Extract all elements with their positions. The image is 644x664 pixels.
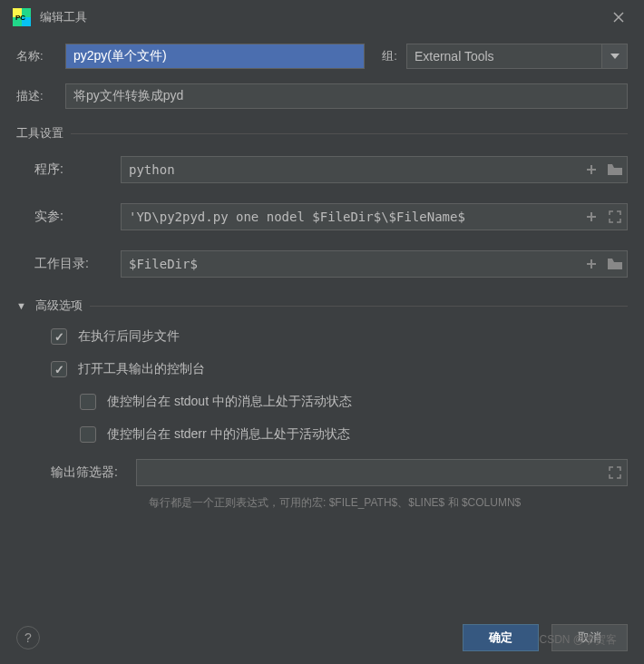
svg-text:PC: PC bbox=[15, 14, 25, 22]
expand-icon[interactable] bbox=[607, 464, 623, 481]
group-select[interactable]: External Tools bbox=[406, 44, 602, 69]
sync-label: 在执行后同步文件 bbox=[78, 328, 180, 345]
group-dropdown-arrow[interactable] bbox=[602, 44, 628, 69]
workdir-label: 工作目录: bbox=[34, 256, 121, 272]
tool-settings-section: 工具设置 bbox=[16, 125, 628, 142]
browse-folder-icon[interactable] bbox=[607, 256, 623, 272]
help-button[interactable]: ? bbox=[16, 626, 40, 649]
stderr-label: 使控制台在 stderr 中的消息上处于活动状态 bbox=[107, 426, 350, 443]
output-filter-label: 输出筛选器: bbox=[51, 464, 136, 481]
console-label: 打开工具输出的控制台 bbox=[78, 361, 205, 377]
titlebar: PC 编辑工具 bbox=[0, 0, 644, 34]
expand-triangle-icon: ▼ bbox=[16, 300, 26, 311]
svg-marker-6 bbox=[610, 54, 620, 59]
output-filter-input[interactable] bbox=[137, 459, 601, 486]
insert-macro-icon[interactable] bbox=[583, 161, 600, 178]
tool-settings-title: 工具设置 bbox=[16, 125, 63, 142]
workdir-input[interactable]: $FileDir$ bbox=[122, 250, 578, 278]
sync-checkbox[interactable] bbox=[51, 328, 67, 345]
divider-line bbox=[71, 133, 628, 134]
stdout-checkbox[interactable] bbox=[80, 394, 96, 410]
cancel-button[interactable]: 取消 bbox=[551, 624, 628, 651]
browse-folder-icon[interactable] bbox=[607, 161, 623, 178]
expand-icon[interactable] bbox=[607, 209, 623, 225]
stderr-checkbox[interactable] bbox=[80, 426, 96, 443]
output-filter-hint: 每行都是一个正则表达式，可用的宏: $FILE_PATH$、$LINE$ 和 $… bbox=[16, 495, 628, 511]
window-title: 编辑工具 bbox=[40, 9, 87, 25]
name-label: 名称: bbox=[16, 48, 56, 64]
close-button[interactable] bbox=[606, 5, 631, 30]
stdout-label: 使控制台在 stdout 中的消息上处于活动状态 bbox=[107, 394, 352, 410]
advanced-section-header[interactable]: ▼ 高级选项 bbox=[16, 298, 628, 314]
program-input[interactable]: python bbox=[122, 156, 578, 183]
insert-macro-icon[interactable] bbox=[583, 256, 600, 272]
pycharm-icon: PC bbox=[13, 8, 31, 26]
insert-macro-icon[interactable] bbox=[583, 209, 600, 225]
args-input[interactable]: 'YD\py2pyd.py one nodel $FileDir$\$FileN… bbox=[122, 203, 578, 230]
group-label: 组: bbox=[374, 48, 397, 64]
advanced-title: 高级选项 bbox=[35, 298, 83, 314]
console-checkbox[interactable] bbox=[51, 361, 67, 377]
name-input[interactable]: py2py(单个文件) bbox=[65, 44, 365, 69]
program-label: 程序: bbox=[34, 161, 121, 178]
divider-line bbox=[90, 306, 628, 307]
ok-button[interactable]: 确定 bbox=[463, 624, 539, 651]
args-label: 实参: bbox=[34, 209, 121, 225]
desc-input[interactable]: 将py文件转换成pyd bbox=[65, 83, 628, 109]
desc-label: 描述: bbox=[16, 88, 56, 104]
